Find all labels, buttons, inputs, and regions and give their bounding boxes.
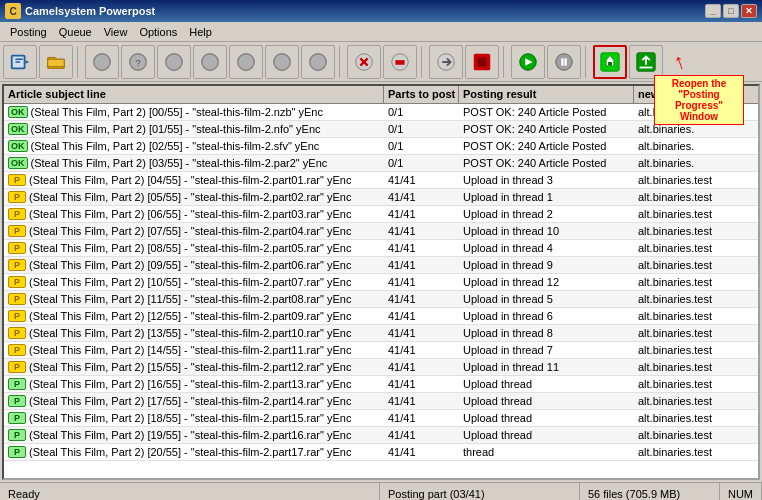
table-row[interactable]: P (Steal This Film, Part 2) [18/55] - "s…: [4, 410, 758, 427]
cell-subject: P (Steal This Film, Part 2) [19/55] - "s…: [4, 428, 384, 442]
svg-point-4: [166, 53, 183, 70]
table-row[interactable]: P (Steal This Film, Part 2) [09/55] - "s…: [4, 257, 758, 274]
subject-text: (Steal This Film, Part 2) [02/55] - "ste…: [31, 140, 320, 152]
annotation-line1: Reopen the: [672, 78, 726, 89]
subject-text: (Steal This Film, Part 2) [07/55] - "ste…: [29, 225, 351, 237]
pause-button[interactable]: [547, 45, 581, 79]
svg-point-1: [94, 53, 111, 70]
col-header-parts: Parts to post: [384, 86, 459, 103]
status-badge: P: [8, 310, 26, 322]
menu-help[interactable]: Help: [183, 25, 218, 39]
cell-result: Upload thread: [459, 428, 634, 442]
action-btn-6[interactable]: [265, 45, 299, 79]
svg-point-8: [310, 53, 327, 70]
table-row[interactable]: P (Steal This Film, Part 2) [05/55] - "s…: [4, 189, 758, 206]
cell-parts: 41/41: [384, 360, 459, 374]
status-posting: Posting part (03/41): [380, 483, 580, 500]
table-row[interactable]: P (Steal This Film, Part 2) [08/55] - "s…: [4, 240, 758, 257]
table-row[interactable]: P (Steal This Film, Part 2) [15/55] - "s…: [4, 359, 758, 376]
table-row[interactable]: P (Steal This Film, Part 2) [11/55] - "s…: [4, 291, 758, 308]
maximize-button[interactable]: □: [723, 4, 739, 18]
status-badge: P: [8, 327, 26, 339]
status-badge: P: [8, 412, 26, 424]
cell-result: POST OK: 240 Article Posted: [459, 139, 634, 153]
action-btn-7[interactable]: [301, 45, 335, 79]
cell-news: alt.binaries.test: [634, 343, 734, 357]
svg-point-5: [202, 53, 219, 70]
menu-posting[interactable]: Posting: [4, 25, 53, 39]
reopen-button[interactable]: [593, 45, 627, 79]
annotation-line3: Progress": [675, 100, 723, 111]
action-btn-3[interactable]: [157, 45, 191, 79]
menu-view[interactable]: View: [98, 25, 134, 39]
action-btn-1[interactable]: [85, 45, 119, 79]
cell-news: alt.binaries.test: [634, 224, 734, 238]
cell-subject: OK (Steal This Film, Part 2) [03/55] - "…: [4, 156, 384, 170]
cell-result: Upload thread: [459, 377, 634, 391]
title-bar-text: Camelsystem Powerpost: [25, 5, 705, 17]
table-row[interactable]: OK (Steal This Film, Part 2) [03/55] - "…: [4, 155, 758, 172]
status-badge: OK: [8, 140, 28, 152]
cancel-button-1[interactable]: [347, 45, 381, 79]
status-badge: P: [8, 259, 26, 271]
close-button[interactable]: ✕: [741, 4, 757, 18]
action-btn-5[interactable]: [229, 45, 263, 79]
cell-parts: 41/41: [384, 241, 459, 255]
minimize-button[interactable]: _: [705, 4, 721, 18]
cell-parts: 41/41: [384, 173, 459, 187]
subject-text: (Steal This Film, Part 2) [09/55] - "ste…: [29, 259, 351, 271]
table-row[interactable]: P (Steal This Film, Part 2) [20/55] - "s…: [4, 444, 758, 461]
cell-result: Upload in thread 9: [459, 258, 634, 272]
action-btn-2[interactable]: ?: [121, 45, 155, 79]
stop-button[interactable]: [465, 45, 499, 79]
separator-2: [339, 46, 343, 78]
cell-subject: P (Steal This Film, Part 2) [20/55] - "s…: [4, 445, 384, 459]
table-row[interactable]: P (Steal This Film, Part 2) [19/55] - "s…: [4, 427, 758, 444]
cell-news: alt.binaries.test: [634, 207, 734, 221]
cell-parts: 41/41: [384, 377, 459, 391]
table-row[interactable]: P (Steal This Film, Part 2) [04/55] - "s…: [4, 172, 758, 189]
table-row[interactable]: OK (Steal This Film, Part 2) [00/55] - "…: [4, 104, 758, 121]
cell-subject: P (Steal This Film, Part 2) [10/55] - "s…: [4, 275, 384, 289]
subject-text: (Steal This Film, Part 2) [16/55] - "ste…: [29, 378, 351, 390]
subject-text: (Steal This Film, Part 2) [03/55] - "ste…: [31, 157, 328, 169]
table-row[interactable]: P (Steal This Film, Part 2) [10/55] - "s…: [4, 274, 758, 291]
table-row[interactable]: P (Steal This Film, Part 2) [16/55] - "s…: [4, 376, 758, 393]
cell-result: Upload in thread 11: [459, 360, 634, 374]
cell-result: POST OK: 240 Article Posted: [459, 105, 634, 119]
cell-news: alt.binaries.test: [634, 411, 734, 425]
cell-result: Upload in thread 8: [459, 326, 634, 340]
cell-news: alt.binaries.: [634, 156, 734, 170]
play-button-1[interactable]: [511, 45, 545, 79]
cell-result: Upload in thread 3: [459, 173, 634, 187]
table-row[interactable]: OK (Steal This Film, Part 2) [01/55] - "…: [4, 121, 758, 138]
table-row[interactable]: P (Steal This Film, Part 2) [06/55] - "s…: [4, 206, 758, 223]
action-btn-4[interactable]: [193, 45, 227, 79]
post-button[interactable]: [3, 45, 37, 79]
table-row[interactable]: P (Steal This Film, Part 2) [07/55] - "s…: [4, 223, 758, 240]
table-row[interactable]: P (Steal This Film, Part 2) [12/55] - "s…: [4, 308, 758, 325]
arrow-btn-1[interactable]: [429, 45, 463, 79]
app-icon: C: [5, 3, 21, 19]
menu-queue[interactable]: Queue: [53, 25, 98, 39]
svg-rect-23: [640, 66, 653, 68]
cell-subject: P (Steal This Film, Part 2) [09/55] - "s…: [4, 258, 384, 272]
main-area: Article subject line Parts to post Posti…: [2, 84, 760, 480]
table-row[interactable]: OK (Steal This Film, Part 2) [02/55] - "…: [4, 138, 758, 155]
cell-result: Upload in thread 1: [459, 190, 634, 204]
table-row[interactable]: P (Steal This Film, Part 2) [13/55] - "s…: [4, 325, 758, 342]
cell-subject: P (Steal This Film, Part 2) [05/55] - "s…: [4, 190, 384, 204]
cancel-button-2[interactable]: [383, 45, 417, 79]
table-body[interactable]: OK (Steal This Film, Part 2) [00/55] - "…: [4, 104, 758, 478]
status-bar: Ready Posting part (03/41) 56 files (705…: [0, 482, 762, 500]
col-header-result: Posting result: [459, 86, 634, 103]
table-row[interactable]: P (Steal This Film, Part 2) [17/55] - "s…: [4, 393, 758, 410]
open-folder-button[interactable]: [39, 45, 73, 79]
separator-1: [77, 46, 81, 78]
status-badge: OK: [8, 106, 28, 118]
status-files: 56 files (705.9 MB): [580, 483, 720, 500]
menu-options[interactable]: Options: [133, 25, 183, 39]
cell-subject: OK (Steal This Film, Part 2) [00/55] - "…: [4, 105, 384, 119]
table-row[interactable]: P (Steal This Film, Part 2) [14/55] - "s…: [4, 342, 758, 359]
cell-subject: P (Steal This Film, Part 2) [12/55] - "s…: [4, 309, 384, 323]
